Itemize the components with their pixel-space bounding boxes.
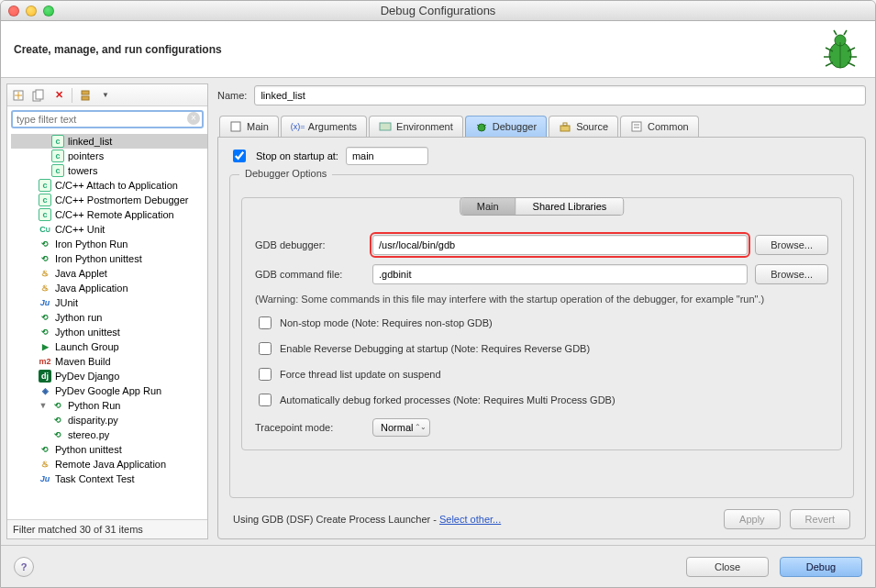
option-checkbox[interactable] xyxy=(259,368,272,381)
duplicate-icon[interactable] xyxy=(31,88,46,103)
tracepoint-label: Tracepoint mode: xyxy=(255,422,365,433)
checkbox-group: Non-stop mode (Note: Requires non-stop G… xyxy=(255,314,828,409)
select-other-link[interactable]: Select other... xyxy=(439,514,501,525)
stop-on-startup-input[interactable] xyxy=(346,147,428,165)
tree-item[interactable]: ⟲Iron Python unittest xyxy=(11,251,207,266)
config-tree[interactable]: clinked_listcpointersctowerscC/C++ Attac… xyxy=(7,132,207,519)
tree-item[interactable]: ♨Java Applet xyxy=(11,266,207,281)
inner-tab-shared-libraries[interactable]: Shared Libraries xyxy=(516,198,624,215)
tree-item[interactable]: ⟲Iron Python Run xyxy=(11,237,207,251)
clear-filter-icon[interactable]: × xyxy=(187,112,200,125)
left-panel: ✕ ▼ × clinked_listcpointersctowerscC/C++… xyxy=(6,83,208,539)
gdb-command-label: GDB command file: xyxy=(255,269,365,280)
svg-rect-24 xyxy=(563,123,567,126)
svg-line-10 xyxy=(844,30,847,35)
svg-rect-15 xyxy=(36,90,43,99)
tree-item-label: C/C++ Remote Application xyxy=(55,209,174,220)
disclosure-icon[interactable]: ▼ xyxy=(39,401,48,410)
help-button[interactable]: ? xyxy=(14,557,34,577)
tree-item-label: C/C++ Postmortem Debugger xyxy=(55,194,189,205)
filter-wrap: × xyxy=(7,106,207,132)
gdb-debugger-input[interactable] xyxy=(372,235,748,255)
tree-item-label: C/C++ Attach to Application xyxy=(55,180,178,191)
tracepoint-row: Tracepoint mode: Normal xyxy=(255,418,828,437)
new-config-icon[interactable] xyxy=(11,88,26,103)
tab-common[interactable]: Common xyxy=(620,116,699,137)
tree-item[interactable]: ctowers xyxy=(11,163,207,178)
option-label: Non-stop mode (Note: Requires non-stop G… xyxy=(280,317,493,328)
tree-item-label: Remote Java Application xyxy=(55,459,166,470)
chevron-down-icon[interactable]: ▼ xyxy=(98,88,113,103)
tree-item-label: linked_list xyxy=(68,136,112,147)
tree-item[interactable]: ▶Launch Group xyxy=(11,339,207,354)
gdb-debugger-browse-button[interactable]: Browse... xyxy=(755,235,828,255)
tree-item-label: Java Application xyxy=(55,283,128,294)
gdb-command-browse-button[interactable]: Browse... xyxy=(755,264,828,284)
option-label: Enable Reverse Debugging at startup (Not… xyxy=(280,343,590,354)
tree-item[interactable]: ♨Java Application xyxy=(11,281,207,295)
tree-item-label: Java Applet xyxy=(55,268,107,279)
tree-item[interactable]: JuTask Context Test xyxy=(11,472,207,486)
main-tab-icon xyxy=(229,120,242,133)
name-row: Name: xyxy=(214,83,870,111)
tree-item-label: stereo.py xyxy=(68,429,109,440)
debugger-tab-icon xyxy=(475,120,488,133)
tracepoint-select[interactable]: Normal xyxy=(372,418,430,437)
gdb-debugger-label: GDB debugger: xyxy=(255,239,365,250)
option-checkbox[interactable] xyxy=(259,342,272,355)
tree-item[interactable]: ⟲Python unittest xyxy=(11,442,207,457)
tree-item[interactable]: cC/C++ Remote Application xyxy=(11,207,207,222)
tab-label: Debugger xyxy=(493,121,537,132)
tree-item[interactable]: cC/C++ Attach to Application xyxy=(11,178,207,193)
name-input[interactable] xyxy=(254,85,866,105)
apply-button[interactable]: Apply xyxy=(724,509,781,529)
separator xyxy=(72,88,72,103)
svg-rect-25 xyxy=(632,122,641,131)
tab-source[interactable]: Source xyxy=(549,116,618,137)
source-tab-icon xyxy=(559,120,571,133)
tab-label: Main xyxy=(247,121,269,132)
tab-arguments[interactable]: (x)=Arguments xyxy=(281,116,367,137)
tree-item[interactable]: cpointers xyxy=(11,149,207,163)
option-checkbox-row: Non-stop mode (Note: Requires non-stop G… xyxy=(255,314,828,332)
tree-item[interactable]: ⟲Jython unittest xyxy=(11,325,207,339)
svg-line-8 xyxy=(848,62,855,66)
filter-status: Filter matched 30 of 31 items xyxy=(7,519,207,538)
tab-debugger[interactable]: Debugger xyxy=(465,116,547,137)
tree-item[interactable]: ◈PyDev Google App Run xyxy=(11,383,207,398)
tree-item[interactable]: ⟲stereo.py xyxy=(11,427,207,442)
gdb-command-input[interactable] xyxy=(372,264,748,284)
tree-item[interactable]: djPyDev Django xyxy=(11,369,207,383)
tree-item-label: towers xyxy=(68,165,97,176)
tab-label: Environment xyxy=(396,121,453,132)
option-label: Automatically debug forked processes (No… xyxy=(280,394,615,405)
tab-main[interactable]: Main xyxy=(219,116,279,137)
option-checkbox[interactable] xyxy=(259,316,272,329)
stop-on-startup-label: Stop on startup at: xyxy=(256,150,338,161)
delete-icon[interactable]: ✕ xyxy=(51,88,66,103)
stop-on-startup-checkbox[interactable] xyxy=(233,150,246,162)
tree-item[interactable]: m2Maven Build xyxy=(11,354,207,369)
tabbar: Main(x)=ArgumentsEnvironmentDebuggerSour… xyxy=(214,111,870,137)
revert-button[interactable]: Revert xyxy=(790,509,850,529)
tree-item[interactable]: JuJUnit xyxy=(11,295,207,310)
tab-environment[interactable]: Environment xyxy=(369,116,463,137)
tab-label: Source xyxy=(576,121,608,132)
tree-item[interactable]: ⟲disparity.py xyxy=(11,413,207,427)
tree-item[interactable]: ▼⟲Python Run xyxy=(11,398,207,413)
tree-item[interactable]: ⟲Jython run xyxy=(11,310,207,325)
tree-item-label: pointers xyxy=(68,150,104,161)
svg-rect-16 xyxy=(82,91,89,94)
option-checkbox[interactable] xyxy=(259,394,272,406)
inner-tab-main[interactable]: Main xyxy=(460,198,516,215)
option-checkbox-row: Automatically debug forked processes (No… xyxy=(255,391,828,409)
tree-item[interactable]: cC/C++ Postmortem Debugger xyxy=(11,193,207,207)
inner-panel: Main Shared Libraries GDB debugger: Brow… xyxy=(241,197,842,450)
tree-item[interactable]: clinked_list xyxy=(11,134,207,149)
collapse-all-icon[interactable] xyxy=(78,88,93,103)
debug-button[interactable]: Debug xyxy=(780,557,862,577)
tree-item[interactable]: ♨Remote Java Application xyxy=(11,457,207,472)
tree-item[interactable]: CUC/C++ Unit xyxy=(11,222,207,237)
close-button[interactable]: Close xyxy=(686,557,769,577)
filter-input[interactable] xyxy=(11,110,204,128)
